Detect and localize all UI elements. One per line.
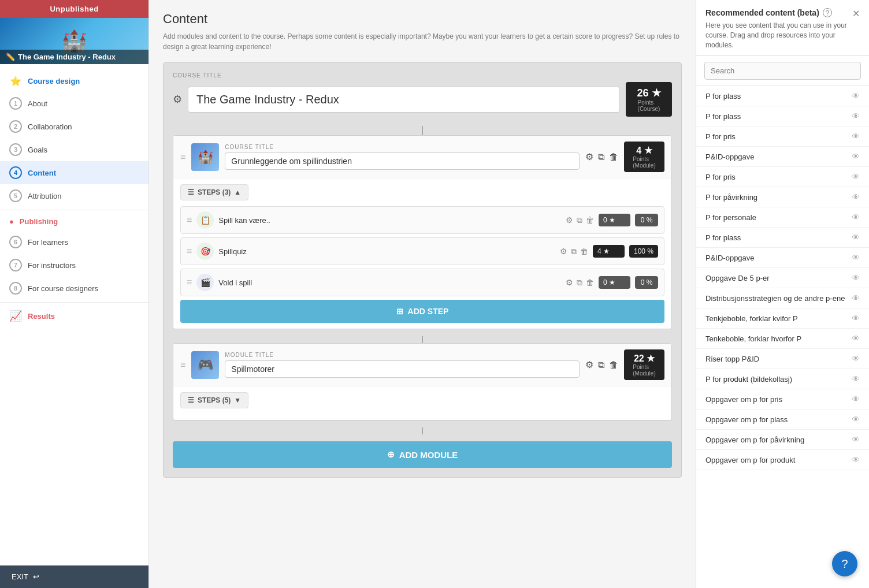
panel-item-0[interactable]: P for plass👁 (696, 86, 869, 106)
panel-item-eye-1[interactable]: 👁 (852, 111, 860, 121)
step-3-copy-icon[interactable]: ⧉ (577, 278, 582, 288)
sidebar-item-about[interactable]: 1 About (0, 92, 148, 115)
panel-item-name-0: P for plass (705, 92, 741, 101)
panel-item-16[interactable]: Oppgaver om p for plass👁 (696, 410, 869, 430)
step-2-drag[interactable]: ≡ (187, 246, 192, 256)
step-3-settings-icon[interactable]: ⚙ (566, 278, 573, 287)
right-panel: Recommended content (beta) ? Here you se… (696, 0, 869, 588)
step-2-pct: 100 % (629, 245, 658, 258)
panel-item-eye-18[interactable]: 👁 (852, 455, 860, 464)
panel-close-button[interactable]: ✕ (852, 8, 860, 19)
module-2-delete-icon[interactable]: 🗑 (609, 360, 618, 370)
panel-item-1[interactable]: P for plass👁 (696, 106, 869, 126)
module-1-delete-icon[interactable]: 🗑 (609, 152, 618, 162)
sidebar-item-for-instructors[interactable]: 7 For instructors (0, 254, 148, 277)
exit-button[interactable]: EXIT ↩ (0, 565, 148, 588)
panel-item-eye-5[interactable]: 👁 (852, 192, 860, 202)
panel-item-name-12: Tenkeboble, forklar hvorfor P (705, 334, 801, 343)
content-number: 4 (9, 166, 22, 179)
panel-item-eye-11[interactable]: 👁 (852, 314, 860, 323)
module-1: ≡ 🏰 COURSE TITLE ⚙ ⧉ 🗑 4 ★ Points(Module… (173, 135, 672, 329)
connector-2 (173, 336, 672, 343)
sidebar-item-for-learners[interactable]: 6 For learners (0, 230, 148, 254)
step-2-copy-icon[interactable]: ⧉ (571, 247, 577, 256)
step-1-drag[interactable]: ≡ (187, 215, 192, 225)
step-1-delete-icon[interactable]: 🗑 (586, 215, 594, 225)
panel-item-9[interactable]: Oppgave De 5 p-er👁 (696, 268, 869, 288)
step-2-delete-icon[interactable]: 🗑 (580, 247, 588, 256)
panel-item-14[interactable]: P for produkt (bildekollasj)👁 (696, 369, 869, 389)
panel-item-eye-17[interactable]: 👁 (852, 435, 860, 444)
panel-item-12[interactable]: Tenkeboble, forklar hvorfor P👁 (696, 329, 869, 349)
add-step-button-1[interactable]: ⊞ ADD STEP (180, 300, 664, 323)
panel-item-eye-13[interactable]: 👁 (852, 354, 860, 363)
step-2-settings-icon[interactable]: ⚙ (560, 247, 567, 256)
module-1-copy-icon[interactable]: ⧉ (598, 152, 604, 162)
panel-item-eye-7[interactable]: 👁 (852, 233, 860, 242)
module-1-settings-icon[interactable]: ⚙ (585, 151, 593, 162)
panel-item-eye-0[interactable]: 👁 (852, 91, 860, 101)
step-3-drag[interactable]: ≡ (187, 277, 192, 288)
module-2-steps-count: STEPS (5) (198, 396, 231, 404)
panel-help-icon[interactable]: ? (823, 8, 832, 17)
sidebar-item-attribution[interactable]: 5 Attribution (0, 184, 148, 207)
step-3-delete-icon[interactable]: 🗑 (586, 278, 594, 287)
step-2-title: Spillquiz (218, 247, 555, 256)
panel-search-input[interactable] (704, 62, 861, 80)
drag-handle-1[interactable]: ≡ (180, 152, 185, 162)
module-2-steps-toggle[interactable]: ☰ STEPS (5) ▼ (180, 392, 248, 408)
help-fab-button[interactable]: ? (832, 551, 857, 576)
sidebar-item-goals[interactable]: 3 Goals (0, 138, 148, 161)
panel-item-eye-16[interactable]: 👁 (852, 415, 860, 424)
sidebar-item-for-course-designers[interactable]: 8 For course designers (0, 277, 148, 300)
sidebar-item-collaboration[interactable]: 2 Collaboration (0, 115, 148, 138)
panel-item-10[interactable]: Distribusjonsstrategien og de andre p-en… (696, 288, 869, 308)
panel-item-15[interactable]: Oppgaver om p for pris👁 (696, 389, 869, 410)
module-2: ≡ 🎮 MODULE TITLE ⚙ ⧉ 🗑 22 ★ Points(Modul… (173, 343, 672, 420)
module-2-title-input[interactable] (225, 360, 580, 378)
step-1-pct: 0 % (635, 214, 658, 226)
sidebar-item-content[interactable]: 4 Content (0, 161, 148, 184)
course-title-input[interactable] (188, 87, 620, 113)
settings-icon[interactable]: ⚙ (173, 93, 182, 106)
unpublished-badge: Unpublished (0, 0, 148, 18)
panel-item-13[interactable]: Riser topp P&ID👁 (696, 349, 869, 369)
panel-item-eye-8[interactable]: 👁 (852, 253, 860, 262)
panel-item-11[interactable]: Tenkjeboble, forklar kvifor P👁 (696, 308, 869, 329)
panel-item-8[interactable]: P&ID-oppgave👁 (696, 248, 869, 268)
sidebar-section-publishing[interactable]: ● Publishing (0, 213, 148, 230)
sidebar-section-results[interactable]: 📈 Results (0, 305, 148, 327)
panel-item-2[interactable]: P for pris👁 (696, 126, 869, 147)
step-1-copy-icon[interactable]: ⧉ (577, 215, 582, 225)
panel-item-name-3: P&ID-oppgave (705, 152, 755, 161)
drag-handle-2[interactable]: ≡ (180, 360, 185, 370)
panel-item-eye-15[interactable]: 👁 (852, 395, 860, 404)
panel-item-7[interactable]: P for plass👁 (696, 228, 869, 248)
panel-item-eye-14[interactable]: 👁 (852, 374, 860, 384)
module-1-title-input[interactable] (225, 152, 580, 170)
panel-item-eye-10[interactable]: 👁 (852, 293, 860, 303)
add-module-button[interactable]: ⊕ ADD MODULE (173, 441, 672, 468)
panel-item-name-13: Riser topp P&ID (705, 355, 759, 363)
panel-item-3[interactable]: P&ID-oppgave👁 (696, 147, 869, 167)
panel-item-eye-9[interactable]: 👁 (852, 273, 860, 282)
panel-item-eye-6[interactable]: 👁 (852, 213, 860, 222)
module-2-copy-icon[interactable]: ⧉ (598, 360, 604, 370)
module-title-label-1: COURSE TITLE (225, 144, 580, 150)
panel-item-4[interactable]: P for pris👁 (696, 167, 869, 187)
sidebar-section-course-design[interactable]: ⭐ Course design (0, 70, 148, 92)
panel-item-6[interactable]: P for personale👁 (696, 207, 869, 228)
module-2-header: ≡ 🎮 MODULE TITLE ⚙ ⧉ 🗑 22 ★ Points(Modul… (173, 344, 671, 386)
for-learners-number: 6 (9, 236, 22, 248)
module-1-thumbnail: 🏰 (191, 143, 219, 171)
panel-item-eye-12[interactable]: 👁 (852, 334, 860, 343)
panel-item-eye-3[interactable]: 👁 (852, 152, 860, 161)
panel-item-eye-2[interactable]: 👁 (852, 132, 860, 141)
panel-item-17[interactable]: Oppgaver om p for påvirkning👁 (696, 430, 869, 450)
module-1-steps-toggle[interactable]: ☰ STEPS (3) ▲ (180, 184, 248, 200)
panel-item-18[interactable]: Oppgaver om p for produkt👁 (696, 450, 869, 470)
panel-item-eye-4[interactable]: 👁 (852, 172, 860, 181)
panel-item-5[interactable]: P for påvirkning👁 (696, 187, 869, 207)
module-2-settings-icon[interactable]: ⚙ (585, 359, 593, 370)
step-1-settings-icon[interactable]: ⚙ (566, 215, 573, 225)
